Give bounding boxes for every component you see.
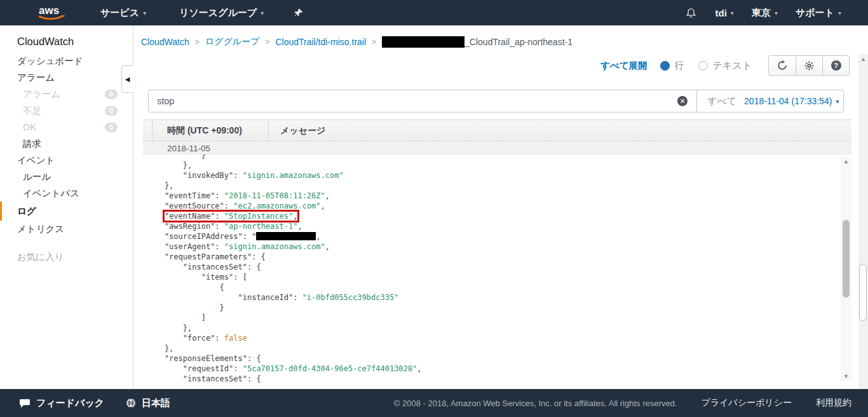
settings-button[interactable] xyxy=(796,56,822,75)
event-filter-input[interactable] xyxy=(148,90,696,113)
breadcrumb-separator: > xyxy=(265,38,269,46)
text-view-radio[interactable] xyxy=(698,61,708,71)
date-separator-row: 2018-11-05 xyxy=(143,142,851,154)
sidebar-collapse-button[interactable]: ◀ xyxy=(121,65,133,93)
log-line: "invokedBy": "signin.amazonaws.com" xyxy=(146,170,837,181)
top-navigation-bar: aws サービス ▾ リソースグループ ▾ tdi ▾ 東京 ▾ サポー xyxy=(0,0,868,25)
log-scrollbar: ▲ ▼ xyxy=(841,156,851,381)
caret-down-icon: ▾ xyxy=(143,10,146,17)
footer: フィードバック 日本語 © 2008 - 2018, Amazon Web Se… xyxy=(0,389,868,417)
aws-logo[interactable]: aws xyxy=(37,3,67,22)
sidebar-item-label: CloudWatch xyxy=(17,36,74,47)
speech-bubble-icon xyxy=(19,399,31,408)
scroll-up-icon[interactable]: ▲ xyxy=(841,156,851,167)
sidebar-nav: CloudWatchダッシュボードアラームアラーム0不足0OK0請求イベントルー… xyxy=(0,25,133,265)
language-selector[interactable]: 日本語 xyxy=(126,397,170,409)
text-view-label[interactable]: テキスト xyxy=(713,60,752,72)
copyright-text: © 2008 - 2018, Amazon Web Services, Inc.… xyxy=(394,399,677,408)
log-event-panel: } }, "invokedBy": "signin.amazonaws.com"… xyxy=(143,154,851,389)
log-line: "eventTime": "2018-11-05T08:11:26Z", xyxy=(146,191,837,201)
feedback-label: フィードバック xyxy=(36,397,104,409)
refresh-button[interactable] xyxy=(769,56,796,75)
log-line: ] xyxy=(146,313,837,323)
log-scrollbar-thumb[interactable] xyxy=(843,220,850,297)
time-column-header: 時間 (UTC +09:00) xyxy=(153,120,269,141)
globe-icon xyxy=(126,398,136,408)
nav-region-menu[interactable]: 東京 ▾ xyxy=(752,7,778,19)
sidebar-item-billing[interactable]: 請求 xyxy=(0,135,133,152)
page-scrollbar-thumb[interactable] xyxy=(859,264,867,321)
log-line: "awsRegion": "ap-northeast-1", xyxy=(146,221,837,231)
collapse-left-icon: ◀ xyxy=(125,76,130,83)
nav-support-label: サポート xyxy=(796,7,834,19)
scope-all-label: すべて xyxy=(697,95,744,107)
log-line: "eventName": "StopInstances", xyxy=(146,211,837,221)
redacted-value xyxy=(256,232,316,240)
nav-resource-groups-menu[interactable]: リソースグループ ▾ xyxy=(179,7,264,19)
breadcrumb-separator: > xyxy=(195,38,200,46)
datetime-picker-button[interactable]: 2018-11-04 (17:33:54) xyxy=(744,96,832,106)
terms-of-use-link[interactable]: 利用規約 xyxy=(816,397,851,409)
sidebar-item-label: お気に入り xyxy=(17,251,64,263)
sidebar-item-label: OK xyxy=(23,121,36,133)
log-line: "eventSource": "ec2.amazonaws.com", xyxy=(146,201,837,211)
page-scrollbar: ▲ xyxy=(858,54,868,389)
scroll-down-icon[interactable]: ▼ xyxy=(841,371,851,381)
caret-down-icon: ▾ xyxy=(731,10,734,17)
pin-shortcut-icon[interactable] xyxy=(294,8,303,17)
sidebar-item-alarms[interactable]: アラーム xyxy=(0,69,133,86)
scroll-up-icon[interactable]: ▲ xyxy=(858,54,868,64)
breadcrumb-log-groups-link[interactable]: ロググループ xyxy=(205,36,260,48)
log-line: }, xyxy=(146,181,837,191)
nav-services-menu[interactable]: サービス ▾ xyxy=(100,7,146,19)
count-badge: 0 xyxy=(105,106,118,116)
feedback-button[interactable]: フィードバック xyxy=(19,397,104,409)
nav-account-label: tdi xyxy=(715,8,727,18)
sidebar-item-label: イベントバス xyxy=(23,188,79,199)
privacy-policy-link[interactable]: プライバシーポリシー xyxy=(701,397,792,409)
log-line: "force": false xyxy=(146,333,837,343)
nav-resource-groups-label: リソースグループ xyxy=(179,7,257,19)
search-box: ✕ xyxy=(148,90,696,113)
breadcrumb-separator: > xyxy=(372,38,376,46)
log-line: "responseElements": { xyxy=(146,353,837,364)
breadcrumb-cloudwatch-link[interactable]: CloudWatch xyxy=(141,37,189,47)
redacted-account-id xyxy=(382,36,465,48)
sidebar-item-label: 請求 xyxy=(23,138,41,149)
sidebar-item-metrics[interactable]: メトリクス xyxy=(0,221,133,237)
main-content: CloudWatch > ロググループ > CloudTrail/tdi-mis… xyxy=(134,25,868,389)
sidebar-item-favorites[interactable]: お気に入り xyxy=(0,249,133,265)
nav-account-menu[interactable]: tdi ▾ xyxy=(715,8,734,18)
help-button[interactable]: ? xyxy=(822,56,849,75)
log-line: }, xyxy=(146,343,837,353)
sidebar-item-logs[interactable]: ログ xyxy=(0,202,133,221)
breadcrumb-log-group-link[interactable]: CloudTrail/tdi-miso.trail xyxy=(275,37,366,47)
nav-support-menu[interactable]: サポート ▾ xyxy=(796,7,841,19)
caret-down-icon: ▾ xyxy=(838,10,841,17)
notifications-bell-icon[interactable] xyxy=(686,8,696,18)
log-line: "instancesSet": { xyxy=(146,374,837,384)
expander-column-header xyxy=(143,120,153,141)
row-view-radio[interactable] xyxy=(660,61,670,71)
sidebar-item-dashboards[interactable]: ダッシュボード xyxy=(0,53,133,69)
refresh-icon xyxy=(777,60,787,71)
clear-search-icon[interactable]: ✕ xyxy=(677,96,688,106)
expand-all-button[interactable]: すべて展開 xyxy=(600,60,648,72)
sidebar-item-event-buses[interactable]: イベントバス xyxy=(0,185,133,202)
sidebar-item-rules[interactable]: ルール xyxy=(0,168,133,185)
sidebar: CloudWatchダッシュボードアラームアラーム0不足0OK0請求イベントルー… xyxy=(0,25,133,389)
log-line: "requestId": "5ca70157-d0fd-4304-96e5-ce… xyxy=(146,364,837,374)
sidebar-item-label: メトリクス xyxy=(17,223,64,235)
sidebar-item-alarms-insufficient[interactable]: 不足0 xyxy=(0,102,133,119)
sidebar-item-events[interactable]: イベント xyxy=(0,152,133,168)
sidebar-item-cloudwatch-home[interactable]: CloudWatch xyxy=(0,33,133,53)
help-icon: ? xyxy=(831,60,841,71)
nav-region-label: 東京 xyxy=(752,7,771,19)
caret-down-icon: ▾ xyxy=(775,10,778,17)
log-line: "requestParameters": { xyxy=(146,252,837,262)
log-table-header: 時間 (UTC +09:00) メッセージ xyxy=(143,120,851,142)
sidebar-item-alarms-ok[interactable]: OK0 xyxy=(0,119,133,135)
sidebar-item-label: アラーム xyxy=(17,72,55,83)
sidebar-item-alarms-alarm[interactable]: アラーム0 xyxy=(0,86,133,102)
row-view-label[interactable]: 行 xyxy=(675,60,684,72)
